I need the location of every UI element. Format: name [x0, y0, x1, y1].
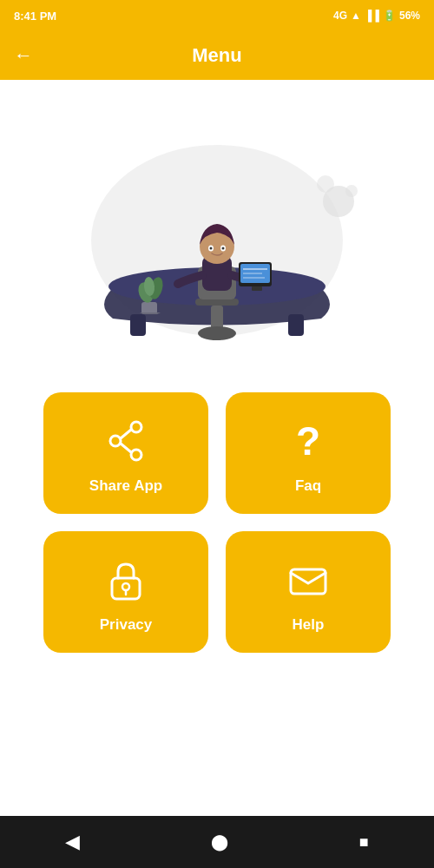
svg-line-33	[121, 444, 131, 452]
faq-label: Faq	[295, 477, 321, 495]
svg-point-16	[222, 247, 225, 250]
status-time: 8:41 PM	[14, 10, 56, 23]
share-icon	[103, 418, 148, 467]
svg-point-15	[210, 247, 213, 250]
privacy-card[interactable]: Privacy	[43, 531, 208, 653]
main-content: Share App ? Faq	[0, 80, 434, 816]
svg-rect-5	[130, 314, 146, 336]
svg-rect-7	[195, 299, 239, 306]
lock-icon	[103, 557, 148, 606]
svg-point-30	[110, 436, 121, 446]
svg-point-9	[198, 326, 236, 340]
nav-recent-button[interactable]: ■	[359, 833, 369, 852]
back-button[interactable]: ←	[14, 44, 33, 67]
svg-line-32	[121, 430, 131, 438]
question-icon: ?	[286, 418, 331, 467]
svg-rect-19	[252, 286, 262, 291]
signal-icon: 4G	[333, 10, 347, 22]
svg-rect-6	[288, 314, 304, 336]
page-title: Menu	[192, 44, 241, 67]
svg-point-29	[131, 422, 141, 432]
menu-grid: Share App ? Faq	[0, 375, 434, 670]
svg-point-31	[131, 450, 141, 460]
cellular-icon: ▐▐	[365, 10, 379, 22]
share-app-label: Share App	[89, 477, 162, 495]
svg-point-3	[345, 185, 358, 197]
privacy-label: Privacy	[100, 616, 153, 634]
illustration-area	[0, 80, 434, 375]
nav-back-button[interactable]: ◀	[65, 831, 80, 853]
wifi-icon: ▲	[351, 10, 361, 22]
help-card[interactable]: Help	[226, 531, 391, 653]
battery-icon: 🔋	[383, 10, 396, 22]
nav-home-button[interactable]: ⬤	[211, 832, 228, 852]
svg-rect-23	[141, 302, 157, 314]
svg-rect-38	[291, 569, 326, 594]
help-label: Help	[293, 616, 325, 634]
svg-text:?: ?	[296, 418, 320, 464]
battery-percent: 56%	[399, 10, 420, 22]
share-app-card[interactable]: Share App	[43, 392, 208, 514]
svg-rect-35	[112, 578, 140, 599]
hero-illustration	[69, 97, 365, 358]
app-header: ← Menu	[0, 31, 434, 80]
faq-card[interactable]: ? Faq	[226, 392, 391, 514]
envelope-icon	[286, 557, 331, 606]
svg-point-2	[317, 175, 334, 193]
status-icons: 4G ▲ ▐▐ 🔋 56%	[333, 10, 420, 22]
status-bar: 8:41 PM 4G ▲ ▐▐ 🔋 56%	[0, 0, 434, 31]
bottom-nav: ◀ ⬤ ■	[0, 816, 434, 868]
